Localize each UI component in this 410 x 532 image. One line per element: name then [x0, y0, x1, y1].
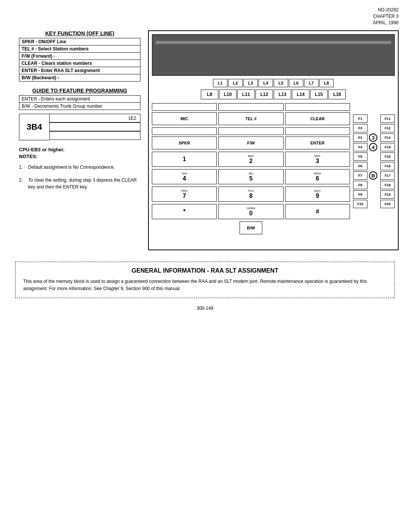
phone-body: MICTEL #CLEAR SPKRF/WENTER 1ABC2DEF3 GHI…	[152, 103, 395, 234]
guide-title: GUIDE TO FEATURE PROGRAMMING	[19, 88, 140, 94]
l-row-9-16: L9L10L11L12L13L14L15L16	[149, 89, 398, 99]
input-box-3	[285, 103, 350, 111]
l-key[interactable]: L5	[274, 79, 288, 87]
f-mid-row-6: F6	[353, 162, 377, 170]
general-info-text: This area of the memory block is used to…	[23, 278, 387, 292]
f-mid-row-5: F5	[353, 152, 377, 161]
circle-3: 3	[369, 133, 377, 142]
phone-btn-clear[interactable]: CLEAR	[285, 112, 350, 125]
key-item: CLEAR - Clears station numbers	[19, 60, 140, 67]
l-row-1-8: L1L2L3L4L5L6L7L8	[149, 79, 398, 87]
f-mid-row-9: F9	[353, 190, 377, 199]
num-key-7[interactable]: PRS7	[152, 187, 217, 202]
input-box-5	[218, 127, 283, 135]
l-key[interactable]: L4	[259, 79, 273, 87]
num-key-8[interactable]: TUV8	[218, 187, 283, 202]
l-key[interactable]: L3	[243, 79, 258, 87]
f-key-f4[interactable]: F4	[353, 143, 367, 151]
f-key-f2[interactable]: F2	[353, 124, 367, 132]
num-key-4[interactable]: GHI4	[152, 169, 217, 184]
f-mid-row-3: F33	[353, 133, 377, 142]
f-key-f13[interactable]: F13	[380, 133, 395, 142]
f-key-f17[interactable]: F17	[380, 171, 395, 180]
num-key-1[interactable]: 1	[152, 152, 217, 167]
f-key-f3[interactable]: F3	[353, 133, 367, 142]
note-2: 2. To clear the setting, during step 3 d…	[19, 177, 140, 190]
f-mid-row-8: F8	[353, 181, 377, 189]
bw-row: B/W	[152, 221, 350, 234]
num-key-5[interactable]: JKL5	[218, 169, 283, 184]
phone-panel: L1L2L3L4L5L6L7L8 L9L10L11L12L13L14L15L16…	[148, 30, 399, 250]
input-row-2	[152, 127, 350, 135]
f-key-f15[interactable]: F15	[380, 152, 395, 161]
f-mid-row-1: F1	[353, 115, 377, 123]
f-key-f18[interactable]: F18	[380, 181, 395, 189]
l-key[interactable]: L8	[319, 79, 334, 87]
f-key-f14[interactable]: F14	[380, 143, 395, 151]
input-box-4	[152, 127, 217, 135]
f-right-col: F11F12F13F14F15F16F17F18F19F20	[380, 103, 395, 234]
f-key-f19[interactable]: F19	[380, 190, 395, 199]
phone-display	[152, 34, 395, 76]
l-key[interactable]: L1	[213, 79, 227, 87]
l-key[interactable]: L7	[304, 79, 319, 87]
f-key-f6[interactable]: F6	[353, 162, 367, 170]
l-key[interactable]: L6	[289, 79, 303, 87]
left-panel: KEY FUNCTION (OFF LINE) SPKR - ON/OFF Li…	[19, 30, 140, 250]
f-key-f12[interactable]: F12	[380, 124, 395, 132]
num-row-1: 1ABC2DEF3	[152, 152, 350, 167]
guide-item: B/W - Decrements Trunk Group number	[19, 103, 140, 110]
f-key-f11[interactable]: F11	[380, 115, 395, 123]
l-key[interactable]: L14	[292, 89, 309, 99]
f-key-f7[interactable]: F7	[353, 171, 367, 180]
num-key-#[interactable]: #	[285, 204, 350, 219]
key-item: TEL # - Select Station numbers	[19, 46, 140, 53]
l-key[interactable]: L9	[201, 89, 218, 99]
key-item: B/W (Backward) -	[19, 74, 140, 82]
l-key[interactable]: L2	[228, 79, 243, 87]
num-key-0[interactable]: OPER0	[218, 204, 283, 219]
date: APRIL, 1990	[373, 20, 399, 26]
f-key-f8[interactable]: F8	[353, 181, 367, 189]
f-key-f1[interactable]: F1	[353, 115, 367, 123]
input-box-6	[285, 127, 350, 135]
l-key[interactable]: L15	[310, 89, 328, 99]
phone-btn-fw[interactable]: F/W	[218, 137, 283, 149]
phone-btn-spkr[interactable]: SPKR	[152, 137, 217, 149]
circle-b: B	[369, 171, 377, 180]
key-item: SPKR - ON/OFF Line	[19, 38, 140, 46]
l-key[interactable]: L10	[219, 89, 237, 99]
num-key-6[interactable]: MNO6	[285, 169, 350, 184]
note-1: 1. Default assignment is No Corresponden…	[19, 164, 140, 171]
f-key-f16[interactable]: F16	[380, 162, 395, 170]
f-mid-row-7: F7B	[353, 171, 377, 180]
l-key[interactable]: L11	[237, 89, 255, 99]
l-key[interactable]: L12	[255, 89, 273, 99]
l-key[interactable]: L13	[274, 89, 291, 99]
phone-btn-tel-hash[interactable]: TEL #	[218, 112, 283, 125]
f-key-f9[interactable]: F9	[353, 190, 367, 199]
guide-item: ENTER - Enters each assignment	[19, 96, 140, 103]
num-key-3[interactable]: DEF3	[285, 152, 350, 167]
prog-value: 3B4	[19, 114, 49, 140]
num-key-9[interactable]: WXY9	[285, 187, 350, 202]
l-key[interactable]: L16	[328, 89, 346, 99]
input-row-1	[152, 103, 350, 111]
bw-key[interactable]: B/W	[240, 221, 262, 234]
notes-section: 1. Default assignment is No Corresponden…	[19, 164, 140, 190]
f-key-f5[interactable]: F5	[353, 152, 367, 161]
phone-btn-mic[interactable]: MIC	[152, 112, 217, 125]
circle-4: 4	[369, 143, 377, 151]
num-key-2[interactable]: ABC2	[218, 152, 283, 167]
f-mid-row-2: F2	[353, 124, 377, 132]
cpu-note: CPU-EB3 or higher. NOTES:	[19, 146, 140, 160]
general-info-box: GENERAL INFORMATION - RAA SLT ASSIGNMENT…	[15, 262, 395, 298]
input-box-1	[152, 103, 217, 111]
prog-row3	[49, 131, 140, 140]
num-key-*[interactable]: *	[152, 204, 217, 219]
f-key-f20[interactable]: F20	[380, 200, 395, 208]
phone-btn-enter[interactable]: ENTER	[285, 137, 350, 149]
f-mid-row-10: F10	[353, 200, 377, 208]
display-line	[156, 41, 391, 44]
f-key-f10[interactable]: F10	[353, 200, 367, 208]
